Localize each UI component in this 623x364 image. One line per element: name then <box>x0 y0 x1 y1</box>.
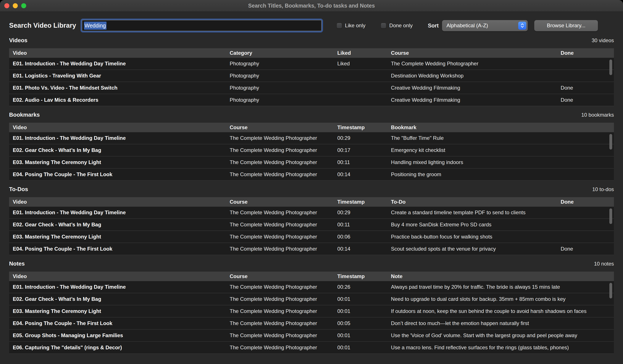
todo-timestamp: 00:14 <box>337 246 391 252</box>
video-title: E03. Mastering The Ceremony Light <box>9 159 230 165</box>
col-header-timestamp: Timestamp <box>337 273 391 279</box>
bookmark-timestamp: 00:17 <box>337 147 391 153</box>
toolbar: Search Video Library Wedding Like only D… <box>9 19 614 32</box>
table-row[interactable]: E03. Mastering The Ceremony Light The Co… <box>9 231 614 243</box>
bookmark-text: Emergency kit checklist <box>391 147 614 153</box>
notes-scrollbar-thumb[interactable] <box>609 283 612 299</box>
table-row[interactable]: E02. Audio - Lav Mics & Recorders Photog… <box>9 94 614 106</box>
video-title: E02. Gear Check - What’s In My Bag <box>9 222 230 228</box>
notes-table-header: Video Course Timestamp Note <box>9 272 614 281</box>
col-header-done: Done <box>561 50 614 56</box>
search-label: Search Video Library <box>9 22 76 29</box>
todo-text: Scout secluded spots at the venue for pr… <box>391 246 561 252</box>
col-header-note: Note <box>391 273 614 279</box>
videos-count: 30 videos <box>592 38 614 43</box>
note-course: The Complete Wedding Photographer <box>230 320 337 326</box>
note-course: The Complete Wedding Photographer <box>230 284 337 290</box>
video-title: E02. Gear Check - What’s In My Bag <box>9 296 230 302</box>
table-row[interactable]: E01. Introduction - The Wedding Day Time… <box>9 281 614 293</box>
table-row[interactable]: E02. Gear Check - What’s In My Bag The C… <box>9 144 614 156</box>
notes-section: Notes 10 notes Video Course Timestamp No… <box>9 260 614 354</box>
table-row[interactable]: E04. Posing The Couple - The First Look … <box>9 243 614 255</box>
table-row[interactable]: E02. Gear Check - What’s In My Bag The C… <box>9 293 614 305</box>
video-title: E01. Introduction - The Wedding Day Time… <box>9 135 230 141</box>
video-category: Photography <box>230 61 337 67</box>
table-row[interactable]: E05. Group Shots - Managing Large Famili… <box>9 330 614 342</box>
table-row[interactable]: E04. Posing The Couple - The First Look … <box>9 318 614 330</box>
bookmark-timestamp: 00:11 <box>337 159 391 165</box>
col-header-liked: Liked <box>337 50 391 56</box>
videos-table-header: Video Category Liked Course Done <box>9 48 614 58</box>
table-row[interactable]: E04. Posing The Couple - The First Look … <box>9 169 614 181</box>
table-row[interactable]: E02. Gear Check - What’s In My Bag The C… <box>9 219 614 231</box>
done-only-checkbox[interactable] <box>380 23 386 29</box>
video-course: Creative Wedding Filmmaking <box>391 85 561 91</box>
bookmark-timestamp: 00:14 <box>337 171 391 177</box>
table-row[interactable]: E01. Introduction - The Wedding Day Time… <box>9 58 614 70</box>
videos-scrollbar-thumb[interactable] <box>609 60 612 75</box>
video-course: The Complete Wedding Photographer <box>391 61 561 67</box>
video-title: E03. Mastering The Ceremony Light <box>9 234 230 240</box>
sort-selected-value: Alphabetical (A-Z) <box>446 22 488 29</box>
col-header-done: Done <box>561 199 614 205</box>
search-input[interactable]: Wedding <box>82 20 322 31</box>
table-row[interactable]: E03. Mastering The Ceremony Light The Co… <box>9 305 614 318</box>
table-row[interactable]: E01. Photo Vs. Video - The Mindset Switc… <box>9 82 614 94</box>
note-text: Use the 'Voice of God' volume. Start wit… <box>391 332 614 339</box>
table-row[interactable]: E01. Introduction - The Wedding Day Time… <box>9 132 614 144</box>
video-title: E04. Posing The Couple - The First Look <box>9 171 230 177</box>
note-timestamp: 00:01 <box>337 344 391 351</box>
sort-label: Sort <box>428 22 439 29</box>
done-only-label: Done only <box>389 22 413 29</box>
note-course: The Complete Wedding Photographer <box>230 308 337 314</box>
video-title: E01. Introduction - The Wedding Day Time… <box>9 210 230 215</box>
col-header-bookmark: Bookmark <box>391 125 614 130</box>
todo-timestamp: 00:11 <box>337 222 391 228</box>
table-row[interactable]: E03. Mastering The Ceremony Light The Co… <box>9 156 614 169</box>
note-timestamp: 00:26 <box>337 284 391 290</box>
bookmarks-scrollbar-thumb[interactable] <box>609 134 612 150</box>
col-header-video: Video <box>9 50 230 56</box>
note-timestamp: 00:01 <box>337 296 391 302</box>
bookmark-timestamp: 00:29 <box>337 135 391 141</box>
like-only-control[interactable]: Like only <box>336 22 366 29</box>
col-header-todo: To-Do <box>391 199 561 205</box>
browse-library-button[interactable]: Browse Library... <box>534 20 598 31</box>
video-title: E05. Group Shots - Managing Large Famili… <box>9 332 230 339</box>
video-done: Done <box>561 97 614 103</box>
todos-scrollbar-thumb[interactable] <box>609 208 612 224</box>
col-header-video: Video <box>9 273 230 279</box>
updown-chevrons-icon <box>518 22 526 30</box>
video-title: E02. Gear Check - What’s In My Bag <box>9 147 230 153</box>
bookmarks-table: Video Course Timestamp Bookmark E01. Int… <box>9 123 614 181</box>
titlebar: Search Titles, Bookmarks, To-do tasks an… <box>0 0 623 12</box>
table-row[interactable]: E01. Introduction - The Wedding Day Time… <box>9 207 614 219</box>
todos-section: To-Dos 10 to-dos Video Course Timestamp … <box>9 186 614 255</box>
notes-count: 10 notes <box>594 261 614 267</box>
todo-course: The Complete Wedding Photographer <box>230 210 337 215</box>
todo-course: The Complete Wedding Photographer <box>230 234 337 240</box>
todo-text: Buy 4 more SanDisk Extreme Pro SD cards <box>391 222 561 228</box>
video-category: Photography <box>230 97 337 103</box>
bookmark-text: Handling mixed lighting indoors <box>391 159 614 165</box>
sort-dropdown[interactable]: Alphabetical (A-Z) <box>442 20 528 31</box>
done-only-control[interactable]: Done only <box>380 22 413 29</box>
video-title: E01. Logistics - Traveling With Gear <box>9 73 230 79</box>
videos-section-title: Videos <box>9 37 27 44</box>
col-header-timestamp: Timestamp <box>337 125 391 130</box>
like-only-checkbox[interactable] <box>336 23 342 29</box>
note-text: Don’t direct too much—let the emotion ha… <box>391 320 614 326</box>
search-input-selected-text: Wedding <box>84 22 107 30</box>
bookmarks-count: 10 bookmarks <box>581 112 614 118</box>
bookmark-course: The Complete Wedding Photographer <box>230 147 337 153</box>
note-timestamp: 00:05 <box>337 320 391 326</box>
notes-section-title: Notes <box>9 260 25 267</box>
video-title: E04. Posing The Couple - The First Look <box>9 246 230 252</box>
video-course: Creative Wedding Filmmaking <box>391 97 561 103</box>
table-row[interactable]: E01. Logistics - Traveling With Gear Pho… <box>9 70 614 82</box>
note-text: If outdoors at noon, keep the sun behind… <box>391 308 614 314</box>
table-row[interactable]: E06. Capturing The "details" (rings & De… <box>9 342 614 354</box>
bookmarks-table-header: Video Course Timestamp Bookmark <box>9 123 614 132</box>
bookmark-course: The Complete Wedding Photographer <box>230 159 337 165</box>
todo-text: Create a standard timeline template PDF … <box>391 210 561 215</box>
